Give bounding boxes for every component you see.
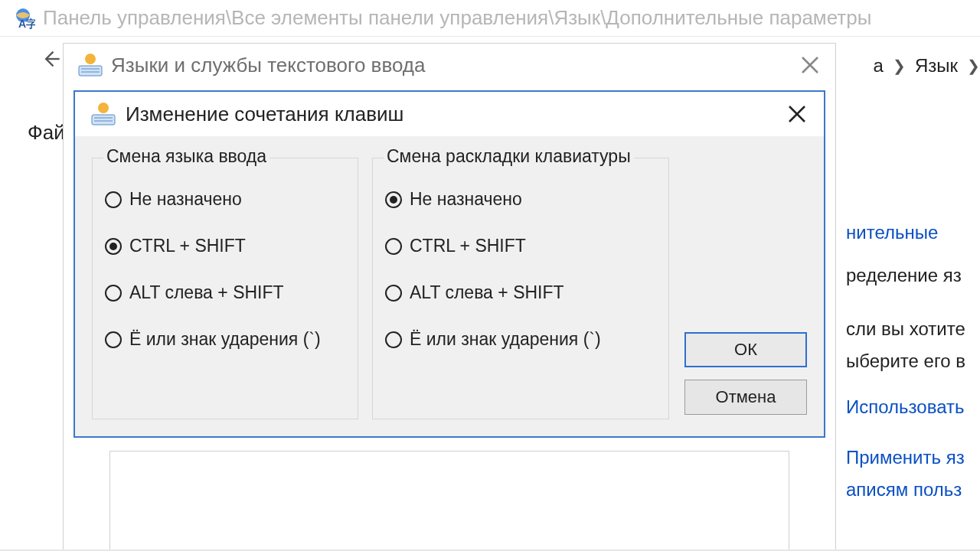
radio-not-assigned[interactable]: Не назначено [105,189,345,210]
dialog-titlebar: Изменение сочетания клавиш [75,92,824,136]
radio-label: ALT слева + SHIFT [410,282,564,303]
bg-text: сли вы хотите [846,318,980,340]
breadcrumb-fragment[interactable]: а [874,55,884,77]
svg-rect-10 [92,115,115,125]
radio-label: Не назначено [129,189,242,210]
input-language-switch-group: Смена языка ввода Не назначено CTRL + SH… [92,158,358,419]
radio-alt-shift[interactable]: ALT слева + SHIFT [105,282,345,303]
close-icon[interactable] [799,54,822,77]
change-hotkey-dialog: Изменение сочетания клавиш Смена языка в… [74,90,825,438]
svg-point-9 [98,103,109,113]
bg-text: ыберите его в [846,350,980,372]
bg-link[interactable]: аписям польз [846,479,980,500]
radio-icon [385,331,402,348]
background-content-fragment: нительные ределение яз сли вы хотите ыбе… [846,222,980,500]
bg-link[interactable]: Использовать [846,396,980,418]
radio-icon [105,238,122,255]
radio-label: CTRL + SHIFT [410,236,526,256]
bg-heading: нительные [846,222,980,243]
close-icon[interactable] [786,103,808,126]
dialog-title: Изменение сочетания клавиш [126,103,403,126]
radio-label: CTRL + SHIFT [129,236,246,256]
window-title-bar: A字 Панель управления\Все элементы панели… [0,0,980,37]
radio-icon [385,191,402,208]
radio-label: Не назначено [410,189,522,210]
bg-link[interactable]: Применить яз [846,447,980,468]
dialog-title: Языки и службы текстового ввода [111,54,425,77]
window-title-text: Панель управления\Все элементы панели уп… [43,6,871,30]
radio-ctrl-shift[interactable]: CTRL + SHIFT [105,236,345,256]
group-legend: Смена раскладки клавиатуры [384,146,634,167]
radio-icon [105,331,122,348]
svg-text:A字: A字 [18,18,35,30]
radio-label: ALT слева + SHIFT [129,282,284,303]
radio-icon [385,285,402,302]
radio-label: Ё или знак ударения (`) [410,329,601,350]
back-arrow-icon[interactable] [35,44,66,74]
cancel-button[interactable]: Отмена [684,380,807,415]
breadcrumb-language[interactable]: Язык [915,55,958,77]
dialog-content-panel [109,451,789,550]
radio-alt-shift[interactable]: ALT слева + SHIFT [385,282,656,303]
keyboard-icon [90,101,116,127]
ok-button[interactable]: ОК [684,332,807,367]
radio-not-assigned[interactable]: Не назначено [385,189,656,210]
bg-text: ределение яз [846,265,980,286]
radio-grave-accent[interactable]: Ё или знак ударения (`) [385,329,656,350]
radio-icon [105,285,122,302]
radio-ctrl-shift[interactable]: CTRL + SHIFT [385,236,656,256]
dialog-body: Смена языка ввода Не назначено CTRL + SH… [75,136,824,436]
breadcrumb: а ❯ Язык ❯ [874,55,980,77]
dialog-titlebar: Языки и службы текстового ввода [64,44,835,86]
chevron-right-icon: ❯ [967,57,980,75]
radio-label: Ё или знак ударения (`) [129,329,321,350]
svg-point-3 [85,54,96,64]
dialog-button-column: ОК Отмена [684,158,807,419]
keyboard-icon [77,52,103,78]
radio-icon [105,191,122,208]
svg-rect-4 [79,66,102,76]
radio-icon [385,238,402,255]
group-legend: Смена языка ввода [103,146,270,167]
chevron-right-icon: ❯ [893,57,906,75]
radio-grave-accent[interactable]: Ё или знак ударения (`) [105,329,345,350]
language-globe-icon: A字 [11,6,35,31]
keyboard-layout-switch-group: Смена раскладки клавиатуры Не назначено … [372,158,669,419]
